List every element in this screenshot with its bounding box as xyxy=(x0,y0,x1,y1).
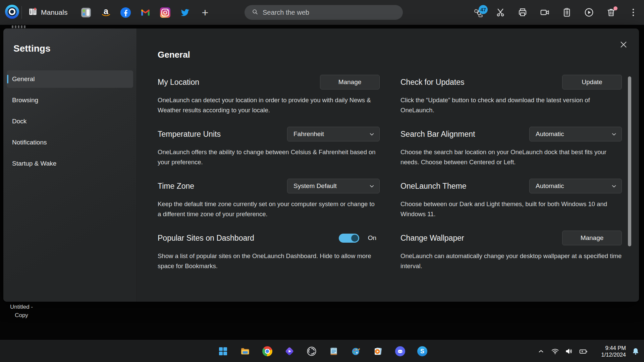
sidebar-item-label: Dock xyxy=(12,118,26,125)
setting-change-wallpaper: Change Wallpaper Manage OneLaunch can au… xyxy=(400,231,622,271)
toolbar-right-group: 47 xyxy=(473,0,639,25)
chrome-icon[interactable] xyxy=(262,346,272,356)
search-bar-alignment-select[interactable]: Automatic xyxy=(529,127,622,141)
manage-wallpaper-button[interactable]: Manage xyxy=(562,231,622,245)
onelaunch-theme-select[interactable]: Automatic xyxy=(529,179,622,193)
toggle-knob xyxy=(351,235,358,242)
web-search-bar[interactable] xyxy=(245,5,403,20)
time-zone-select[interactable]: System Default xyxy=(287,179,380,193)
weather-badge: 47 xyxy=(479,5,488,14)
more-kebab-icon[interactable] xyxy=(628,7,639,18)
file-explorer-icon[interactable] xyxy=(240,346,250,356)
snip-scissors-icon[interactable] xyxy=(495,7,506,18)
bookmark-manuals[interactable]: Manuals xyxy=(28,7,67,18)
bookmark-label: Manuals xyxy=(41,8,67,16)
desktop-file-label[interactable]: Untitled - Copy xyxy=(5,303,38,319)
paint-icon[interactable] xyxy=(351,346,361,356)
chevron-down-icon xyxy=(611,131,617,137)
weather-icon[interactable]: 47 xyxy=(473,7,484,18)
skype-letter: S xyxy=(417,346,427,356)
setting-description: Keep the default time zone currently set… xyxy=(158,199,380,219)
sidebar-item-label: Browsing xyxy=(12,97,38,104)
popular-sites-toggle-group: On xyxy=(339,234,380,243)
clipboard-icon[interactable] xyxy=(561,7,572,18)
sidebar-item-dock[interactable]: Dock xyxy=(7,113,133,130)
media-player-icon[interactable] xyxy=(373,346,383,356)
toggle-state-label: On xyxy=(368,234,376,242)
discord-icon[interactable] xyxy=(395,346,405,356)
search-icon xyxy=(251,8,259,17)
settings-sidebar: Settings General Browsing Dock Notificat… xyxy=(3,28,137,302)
video-camera-icon[interactable] xyxy=(539,7,550,18)
setting-title: Time Zone xyxy=(158,182,194,191)
setting-title: Popular Sites on Dashboard xyxy=(158,234,254,243)
wifi-icon[interactable] xyxy=(551,347,559,356)
recycle-bin-icon[interactable] xyxy=(606,7,616,18)
instagram-icon[interactable] xyxy=(160,7,170,18)
notepad-icon[interactable] xyxy=(329,346,339,356)
settings-title: Settings xyxy=(13,43,137,55)
sidebar-item-label: Notifications xyxy=(12,139,47,146)
settings-content: General My Location Manage OneLaunch can… xyxy=(137,28,639,302)
setting-title: Temperature Units xyxy=(158,130,221,139)
settings-dialog: Settings General Browsing Dock Notificat… xyxy=(3,28,639,302)
scrollbar-thumb[interactable] xyxy=(628,76,631,246)
obs-studio-icon[interactable] xyxy=(307,346,317,356)
sidebar-item-label: Startup & Wake xyxy=(12,160,56,167)
sidebar-item-browsing[interactable]: Browsing xyxy=(7,92,133,109)
settings-sections: My Location Manage OneLaunch can detect … xyxy=(158,75,639,271)
add-shortcut-button[interactable]: + xyxy=(202,7,208,17)
tray-clock[interactable]: 9:44 PM 1/12/2024 xyxy=(593,345,626,358)
notification-bell-icon[interactable] xyxy=(631,347,640,356)
recycle-bin-alert-dot xyxy=(613,6,618,10)
popular-sites-toggle[interactable] xyxy=(339,234,359,243)
twitter-icon[interactable] xyxy=(180,7,190,18)
setting-time-zone: Time Zone System Default Keep the defaul… xyxy=(158,179,380,219)
setting-title: Check for Updates xyxy=(400,78,464,87)
manage-location-button[interactable]: Manage xyxy=(320,75,380,89)
amazon-icon[interactable]: a xyxy=(101,7,111,18)
tray-chevron-up-icon[interactable] xyxy=(537,347,545,356)
onelaunch-toolbar: Manuals a xyxy=(0,0,644,25)
onelaunch-logo-icon[interactable] xyxy=(5,4,19,20)
setting-search-bar-alignment: Search Bar Alignment Automatic Choose th… xyxy=(400,127,622,167)
sidebar-item-notifications[interactable]: Notifications xyxy=(7,134,133,151)
page-title: General xyxy=(158,50,639,60)
setting-title: My Location xyxy=(158,78,199,87)
setting-description: OneLaunch can detect your location in or… xyxy=(158,95,380,115)
toolbar-shortcuts: a xyxy=(81,7,190,18)
search-input[interactable] xyxy=(263,9,390,16)
gmail-icon[interactable] xyxy=(140,7,151,18)
setting-onelaunch-theme: OneLaunch Theme Automatic Choose between… xyxy=(400,179,622,219)
chevron-down-icon xyxy=(611,183,617,189)
volume-icon[interactable] xyxy=(565,347,574,356)
media-play-icon[interactable] xyxy=(584,7,594,18)
setting-description: OneLaunch offers the ability to change b… xyxy=(158,147,380,167)
select-value: Fahrenheit xyxy=(293,130,324,138)
sidebar-item-label: General xyxy=(12,75,35,83)
skype-icon[interactable]: S xyxy=(417,346,427,356)
sidebar-item-startup-wake[interactable]: Startup & Wake xyxy=(7,155,133,172)
setting-description: Show a list of popular sites on the OneL… xyxy=(158,251,380,271)
sidebar-item-general[interactable]: General xyxy=(7,70,133,88)
printer-icon[interactable] xyxy=(517,7,528,18)
setting-popular-sites: Popular Sites on Dashboard On Show a lis… xyxy=(158,231,380,271)
desktop-file-label-line1: Untitled - xyxy=(5,303,38,311)
close-button[interactable] xyxy=(618,39,630,51)
taskbar-apps: S xyxy=(218,340,427,362)
taskbar: S xyxy=(0,340,644,362)
system-tray: 9:44 PM 1/12/2024 xyxy=(537,340,640,362)
settings-nav: General Browsing Dock Notifications Star… xyxy=(3,70,137,172)
update-button[interactable]: Update xyxy=(562,75,622,89)
setting-description: Click the “Update” button to check and d… xyxy=(400,95,622,115)
widgets-icon[interactable] xyxy=(81,7,91,18)
select-value: Automatic xyxy=(536,182,564,190)
setting-title: Search Bar Alignment xyxy=(400,130,475,139)
clipped-desktop-label-fragment xyxy=(12,25,26,28)
movies-tv-icon[interactable] xyxy=(284,346,294,356)
battery-icon[interactable] xyxy=(579,347,588,356)
temperature-units-select[interactable]: Fahrenheit xyxy=(287,127,380,141)
start-button-icon[interactable] xyxy=(218,346,228,356)
facebook-icon[interactable] xyxy=(120,7,131,18)
select-value: System Default xyxy=(293,182,337,190)
